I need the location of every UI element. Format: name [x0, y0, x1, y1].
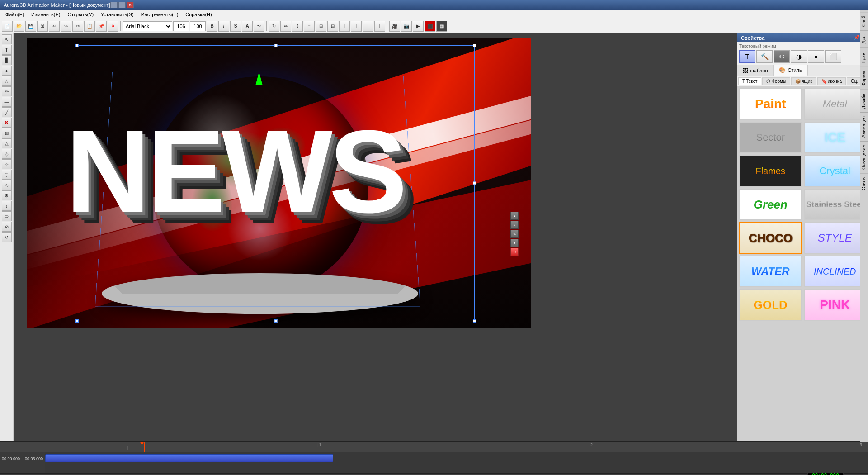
menu-edit[interactable]: Изменить(E) — [28, 11, 64, 18]
tb-undo[interactable]: ↩ — [49, 21, 60, 32]
tb-cam1[interactable]: 🎥 — [389, 21, 400, 32]
tb-new[interactable]: 📄 — [2, 21, 13, 32]
menu-open[interactable]: Открыть(V) — [64, 11, 97, 18]
style-item-green[interactable]: Green — [739, 189, 802, 220]
tool-hex[interactable]: ⬡ — [2, 170, 12, 180]
tm-btn-text[interactable]: T — [739, 50, 755, 63]
tb-copy[interactable]: 📋 — [84, 21, 95, 32]
tool-ring[interactable]: ◎ — [2, 149, 12, 159]
tool-rotate2[interactable]: ↺ — [2, 232, 12, 242]
tb-save[interactable]: 💾 — [25, 21, 36, 32]
tb-group[interactable]: ⊞ — [316, 21, 326, 32]
style-item-metal[interactable]: Metal — [804, 88, 867, 120]
style-item-sector[interactable]: Sector — [739, 122, 802, 153]
tool-rect[interactable]: ▊ — [2, 55, 12, 65]
tm-btn-last[interactable]: ⬜ — [825, 50, 841, 63]
style-item-choco[interactable]: CHOCO — [739, 222, 802, 254]
tb-italic[interactable]: I — [218, 21, 229, 32]
tool-star[interactable]: ☆ — [2, 76, 12, 86]
rtab-shapes[interactable]: Формы — [860, 67, 868, 90]
tb-bold[interactable]: B — [207, 21, 217, 32]
tb-save2[interactable]: 🖫 — [37, 21, 48, 32]
rtab-edit[interactable]: Прав. — [860, 48, 868, 67]
rtab-layer[interactable]: Слой — [860, 12, 868, 30]
tool-magic[interactable]: ⊘ — [2, 222, 12, 232]
font-scale-input[interactable] — [190, 21, 206, 31]
ctrl-edit[interactable]: ✎ — [510, 230, 519, 238]
tb-flip-v[interactable]: ⇕ — [292, 21, 303, 32]
rtab-access[interactable]: Дос. — [860, 30, 868, 47]
tool-pen[interactable]: ✏ — [2, 86, 12, 96]
subtab-shapes[interactable]: ⬡ Формы — [762, 77, 790, 85]
tool-select[interactable]: ↖ — [2, 34, 12, 44]
tb-t4[interactable]: T — [374, 21, 385, 32]
tool-lasso[interactable]: ⊃ — [2, 211, 12, 221]
font-select[interactable]: Arial Black — [123, 21, 172, 31]
tb-export[interactable]: ⬛ — [425, 21, 435, 32]
style-item-water[interactable]: WATER — [739, 256, 802, 287]
tool-line[interactable]: — — [2, 97, 12, 107]
style-grid[interactable]: Paint Metal Sector ICE Flames Crystal — [737, 86, 868, 441]
canvas-area[interactable]: NEWS — [14, 33, 737, 441]
tm-btn-half[interactable]: ◑ — [791, 50, 807, 63]
tm-btn-extrude[interactable]: 🔨 — [756, 50, 773, 63]
tool-gear[interactable]: ⚙ — [2, 190, 12, 200]
tb-cut[interactable]: ✂ — [72, 21, 83, 32]
tool-arrow[interactable]: ↕ — [2, 201, 12, 211]
subtab-icon[interactable]: 🔖 иконка — [817, 77, 846, 85]
ctrl-list[interactable]: ≡ — [510, 221, 519, 229]
tb-ungroup[interactable]: ⊟ — [327, 21, 338, 32]
rtab-animate[interactable]: Анимация — [860, 112, 868, 141]
tb-rotate[interactable]: ↻ — [269, 21, 279, 32]
style-item-inclined[interactable]: INCLINED — [804, 256, 867, 287]
style-item-flames[interactable]: Flames — [739, 155, 802, 187]
rtab-design[interactable]: Дизайн — [860, 90, 868, 113]
tool-circle[interactable]: ● — [2, 66, 12, 76]
props-pin[interactable]: 📌 — [854, 35, 859, 41]
tm-btn-full[interactable]: ● — [808, 50, 824, 63]
tb-delete[interactable]: ✕ — [108, 21, 118, 32]
rtab-style[interactable]: Стиль — [860, 173, 868, 194]
tb-t2[interactable]: T — [351, 21, 362, 32]
timeline-content[interactable] — [45, 452, 868, 473]
close-button[interactable]: ✕ — [127, 2, 134, 8]
tm-btn-3d[interactable]: 3D — [774, 50, 790, 63]
subtab-text[interactable]: T Текст — [738, 77, 761, 85]
tab-style[interactable]: 🎨 Стиль — [774, 65, 807, 76]
font-size-input[interactable] — [173, 21, 189, 31]
tool-triangle[interactable]: △ — [2, 138, 12, 148]
ctrl-close[interactable]: ✕ — [510, 248, 519, 256]
tb-redo[interactable]: ↪ — [61, 21, 71, 32]
tool-sparkle[interactable]: ✧ — [2, 159, 12, 169]
rtab-light[interactable]: Освещение — [860, 141, 868, 173]
tb-t1[interactable]: T — [339, 21, 350, 32]
ctrl-up[interactable]: ▲ — [510, 212, 519, 220]
menu-help[interactable]: Справка(H) — [182, 11, 215, 18]
canvas[interactable]: NEWS — [27, 38, 531, 328]
maximize-button[interactable]: □ — [118, 2, 126, 8]
minimize-button[interactable]: — — [110, 2, 118, 8]
subtab-box[interactable]: 📦 ящик — [791, 77, 816, 85]
tb-render[interactable]: ▶ — [413, 21, 424, 32]
tb-cam2[interactable]: 📷 — [401, 21, 412, 32]
menu-tools[interactable]: Инструменты(T) — [137, 11, 182, 18]
ctrl-down[interactable]: ▼ — [510, 239, 519, 247]
tool-text[interactable]: T — [2, 45, 12, 55]
tb-paste[interactable]: 📌 — [96, 21, 107, 32]
style-item-style[interactable]: STYLE — [804, 222, 867, 254]
tb-wave[interactable]: 〜 — [254, 21, 264, 32]
tab-template[interactable]: 🖼 шаблон — [737, 65, 774, 76]
style-item-crystal[interactable]: Crystal — [804, 155, 867, 187]
tool-s[interactable]: S — [2, 118, 12, 128]
menu-file[interactable]: Файл(F) — [2, 11, 28, 18]
tool-bezier[interactable]: ╱ — [2, 107, 12, 117]
tb-flip-h[interactable]: ⇔ — [280, 21, 291, 32]
playhead[interactable] — [144, 442, 145, 452]
tb-shadow[interactable]: S — [230, 21, 241, 32]
tb-t3[interactable]: T — [363, 21, 373, 32]
style-item-gold[interactable]: GOLD — [739, 289, 802, 321]
style-item-paint[interactable]: Paint — [739, 88, 802, 120]
menu-setup[interactable]: Установить(S) — [97, 11, 137, 18]
style-item-pink[interactable]: PINK — [804, 289, 867, 321]
tb-font-a[interactable]: A — [242, 21, 253, 32]
